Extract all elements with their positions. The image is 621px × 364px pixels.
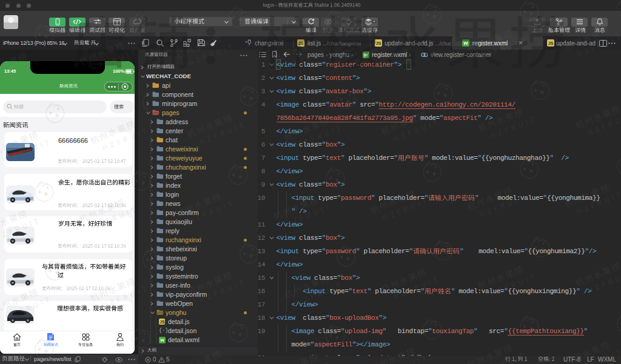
svg-text:JS: JS	[159, 320, 165, 324]
